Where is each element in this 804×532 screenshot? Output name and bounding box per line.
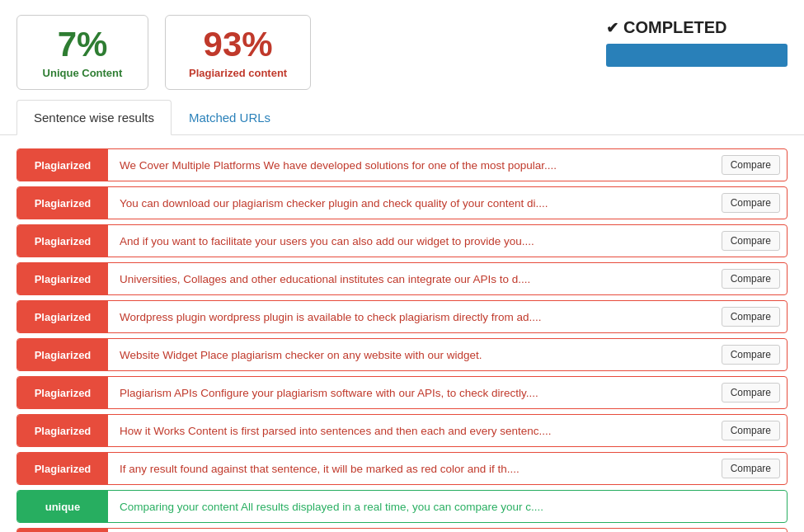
table-row: PlagiarizedAnd if you want to facilitate… [16,224,788,257]
table-row: PlagiarizedIf any result found against t… [16,452,788,485]
tabs-section: Sentence wise results Matched URLs [0,100,804,135]
plagiarized-badge: Plagiarized [17,187,108,219]
tab-sentence-wise[interactable]: Sentence wise results [16,100,172,135]
plagiarized-content-box: 93% Plagiarized content [165,15,311,90]
compare-button[interactable]: Compare [722,155,780,175]
plagiarized-badge: Plagiarized [17,149,108,181]
result-text: How it Works Content is first parsed int… [108,418,718,444]
completed-progress-bar [606,44,788,67]
top-section: 7% Unique Content 93% Plagiarized conten… [0,0,804,100]
plagiarized-badge: Plagiarized [17,453,108,484]
unique-content-box: 7% Unique Content [16,15,148,90]
completed-text: COMPLETED [623,18,727,37]
compare-button[interactable]: Compare [722,345,780,365]
result-text: You can download our plagiarism checker … [108,191,718,216]
result-text: Plagiarism APIs Configure your plagiaris… [108,380,718,406]
result-text: Wordpress plugin wordpress plugin is ava… [108,304,718,330]
table-row: PlagiarizedYou can download our plagiari… [16,186,788,219]
compare-button[interactable]: Compare [722,421,780,440]
compare-button[interactable]: Compare [722,383,780,403]
result-text: And if you want to facilitate your users… [108,228,718,254]
table-row: PlagiarizedWebsite Widget Place plagiari… [16,338,788,371]
tab-matched-urls[interactable]: Matched URLs [172,100,288,135]
result-text: Comparing your content All results displ… [108,494,787,520]
plagiarized-badge: Plagiarized [17,529,108,532]
table-row: PlagiarizedWe Cover Multiple Platforms W… [16,148,788,181]
result-text: Universities, Collages and other educati… [108,266,718,292]
compare-button[interactable]: Compare [722,459,780,478]
results-section: PlagiarizedWe Cover Multiple Platforms W… [0,135,804,532]
unique-label: Unique Content [40,67,125,79]
completed-area: ✔ COMPLETED [606,15,788,67]
unique-badge: unique [17,491,108,522]
table-row: PlagiarizedWordpress plugin wordpress pl… [16,300,788,333]
table-row: PlagiarizedHow it Works Content is first… [16,414,788,447]
plagiarized-badge: Plagiarized [17,263,108,294]
plagiarized-badge: Plagiarized [17,377,108,408]
compare-button[interactable]: Compare [722,193,780,213]
result-text: Website Widget Place plagiarism checker … [108,342,718,368]
plagiarized-badge: Plagiarized [17,339,108,370]
plagiarized-percent: 93% [189,26,287,64]
completed-label: ✔ COMPLETED [606,18,727,37]
table-row: PlagiarizedYou can also use that tool di… [16,528,788,532]
compare-button[interactable]: Compare [722,269,780,289]
compare-button[interactable]: Compare [722,231,780,251]
table-row: PlagiarizedPlagiarism APIs Configure you… [16,376,788,409]
result-text: If any result found against that sentenc… [108,456,718,482]
table-row: uniqueComparing your content All results… [16,490,788,523]
compare-button[interactable]: Compare [722,307,780,327]
checkmark-icon: ✔ [606,19,618,37]
plagiarized-badge: Plagiarized [17,415,108,446]
result-text: We Cover Multiple Platforms We have deve… [108,153,718,178]
plagiarized-badge: Plagiarized [17,301,108,332]
table-row: PlagiarizedUniversities, Collages and ot… [16,262,788,295]
plagiarized-badge: Plagiarized [17,225,108,257]
unique-percent: 7% [40,26,125,64]
plagiarized-label: Plagiarized content [189,67,287,79]
